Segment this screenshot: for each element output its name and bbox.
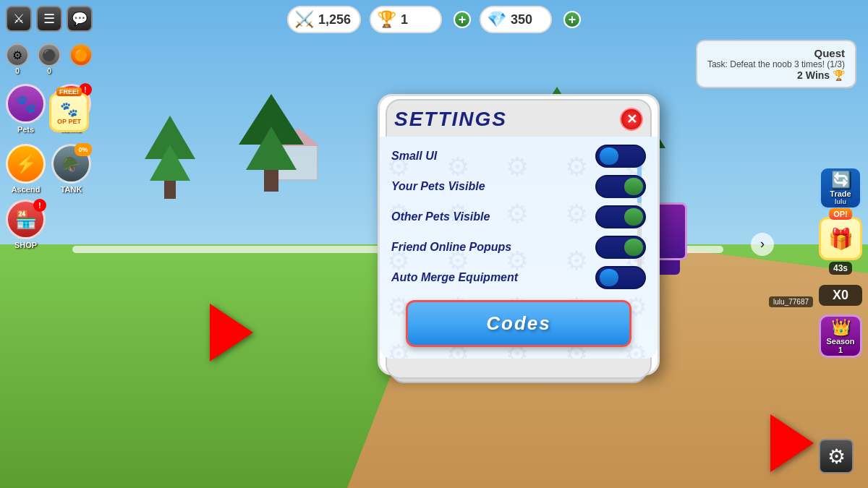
setting-pets-visible: Your Pets Visible <box>391 171 646 202</box>
toggle-other-pets[interactable] <box>595 205 646 228</box>
season-icon: 👑 <box>831 318 851 337</box>
home-button[interactable]: ⚔ <box>6 6 32 32</box>
pets-item: 🐾 Pets <box>6 84 46 134</box>
close-icon: ✕ <box>626 111 637 127</box>
toggle-inner-auto-merge <box>600 269 618 286</box>
sword-icon: ⚔️ <box>294 10 314 29</box>
settings-content: Small UI Your Pets Visible Other Pets Vi… <box>380 137 658 359</box>
gift-button[interactable]: 🎁 <box>819 217 862 260</box>
trophy-value: 1 <box>401 12 408 27</box>
setting-friend-popups: Friend Online Popups <box>391 232 646 262</box>
top-bar: ⚔️ 1,256 🏆 1 + 💎 350 + <box>287 6 581 33</box>
timer-display: 43s <box>829 262 852 275</box>
bottom-arrow <box>770 414 814 472</box>
tree-left2 <box>239 94 304 192</box>
pets-button[interactable]: 🐾 <box>6 84 46 124</box>
add-trophies-button[interactable]: + <box>454 11 471 28</box>
pets-icon: 🐾 <box>15 94 37 114</box>
trophy-icon: 🏆 <box>377 10 396 29</box>
timer-value: 43s <box>833 263 848 273</box>
quest-wins: 2 Wins 🏆 <box>707 69 845 81</box>
small-icon-orange: 🟠 <box>69 43 93 75</box>
trade-button[interactable]: 🔄 Trade lulu <box>819 166 862 210</box>
gift-container: OP! 🎁 43s <box>819 217 862 260</box>
toggle-pets-visible[interactable] <box>595 175 646 198</box>
gem-icon: 💎 <box>487 10 506 29</box>
toggle-friend-popups[interactable] <box>595 236 646 259</box>
free-pet-container: FREE! 🐾 OP PET <box>49 93 93 132</box>
gear-count: 0 <box>15 67 20 75</box>
gem-stat-box: 💎 350 <box>480 6 552 33</box>
tank-item: 🪖 0% TANK <box>51 144 91 194</box>
right-sidebar: lulu_77687 🔄 Trade lulu OP! 🎁 43s X0 👑 S… <box>819 145 862 358</box>
op-badge: OP! <box>829 208 852 220</box>
setting-label-auto-merge: Auto Merge Equipment <box>391 271 518 284</box>
gear-button-container: ⚙ <box>819 439 854 474</box>
nav-chevron-button[interactable]: › <box>751 233 774 256</box>
small-icon-gear: ⚙ 0 <box>6 43 29 75</box>
tank-button[interactable]: 🪖 0% <box>51 144 91 184</box>
tank-badge: 0% <box>75 143 92 156</box>
small-icon-dark: ⚫ 0 <box>38 43 61 75</box>
setting-label-friend-popups: Friend Online Popups <box>391 241 511 254</box>
power-value: 1,256 <box>318 12 351 27</box>
codes-button[interactable]: Codes <box>406 300 631 347</box>
gear-icon: ⚙ <box>827 445 846 468</box>
dark-orb-icon[interactable]: ⚫ <box>38 43 61 67</box>
chat-button[interactable]: 💬 <box>67 6 93 32</box>
settings-gear-button[interactable]: ⚙ <box>819 439 854 474</box>
gem-value: 350 <box>511 12 532 27</box>
tank-icon: 🪖 <box>62 155 80 173</box>
power-stat-box: ⚔️ 1,256 <box>287 6 361 33</box>
toggle-inner-small-ui <box>600 147 618 165</box>
multiplier-value: X0 <box>833 288 848 302</box>
pets-label: Pets <box>17 125 34 134</box>
toggle-inner-pets <box>624 178 643 195</box>
free-label: FREE! <box>56 87 82 96</box>
left-sidebar: ⚙ 0 ⚫ 0 🟠 🐾 Pets 🧪 ! Items <box>6 43 93 249</box>
season-button[interactable]: 👑 Season 1 <box>819 314 862 358</box>
username-text: lulu_77687 <box>773 298 809 306</box>
setting-label-small-ui: Small UI <box>391 150 437 163</box>
ascend-icon: ⚡ <box>15 154 37 174</box>
menu-button[interactable]: ☰ <box>36 6 62 32</box>
gear-small-icon[interactable]: ⚙ <box>6 43 29 67</box>
shop-badge: ! <box>33 199 46 212</box>
toggle-small-ui[interactable] <box>595 145 646 168</box>
settings-title: SETTINGS <box>394 108 507 131</box>
ascend-item: ⚡ Ascend <box>6 144 46 194</box>
codes-button-wrapper: Codes <box>391 293 646 350</box>
quest-task: Task: Defeat the noob 3 times! (1/3) <box>707 59 845 69</box>
tank-label: TANK <box>61 185 82 194</box>
setting-label-other-pets: Other Pets Visible <box>391 210 490 223</box>
shop-icon: 🏪 <box>15 210 37 230</box>
shop-button[interactable]: 🏪 ! <box>6 200 46 239</box>
op-pet-label: OP PET <box>57 118 81 125</box>
close-button[interactable]: ✕ <box>620 108 643 131</box>
trade-label: Trade <box>830 189 851 198</box>
orange-orb-icon[interactable]: 🟠 <box>69 43 93 67</box>
free-pet-button[interactable]: FREE! 🐾 OP PET <box>49 93 89 132</box>
trophy-stat-box: 🏆 1 <box>370 6 442 33</box>
setting-other-pets: Other Pets Visible <box>391 202 646 232</box>
quest-box: Quest Task: Defeat the noob 3 times! (1/… <box>696 40 856 88</box>
dark-count: 0 <box>47 67 51 75</box>
top-left-controls: ⚔ ☰ 💬 <box>6 6 93 32</box>
shop-item: 🏪 ! SHOP <box>6 200 46 249</box>
settings-rows-container: Small UI Your Pets Visible Other Pets Vi… <box>391 141 646 293</box>
setting-auto-merge: Auto Merge Equipment <box>391 262 646 293</box>
season-label: Season <box>826 337 854 346</box>
tree-left <box>145 116 195 199</box>
toggle-auto-merge[interactable] <box>595 266 646 289</box>
main-arrow <box>210 304 253 361</box>
shop-label: SHOP <box>14 241 37 249</box>
ascend-label: Ascend <box>12 185 41 194</box>
sidebar-row-3: 🏪 ! SHOP <box>6 200 93 249</box>
toggle-inner-friend-popups <box>624 239 643 256</box>
sidebar-row-2: ⚡ Ascend 🪖 0% TANK <box>6 144 93 194</box>
username-tag: lulu_77687 <box>769 296 813 307</box>
multiplier-display: X0 <box>819 285 862 306</box>
add-gems-button[interactable]: + <box>563 11 581 28</box>
ascend-button[interactable]: ⚡ <box>6 144 46 184</box>
trade-icon: 🔄 <box>831 171 851 189</box>
